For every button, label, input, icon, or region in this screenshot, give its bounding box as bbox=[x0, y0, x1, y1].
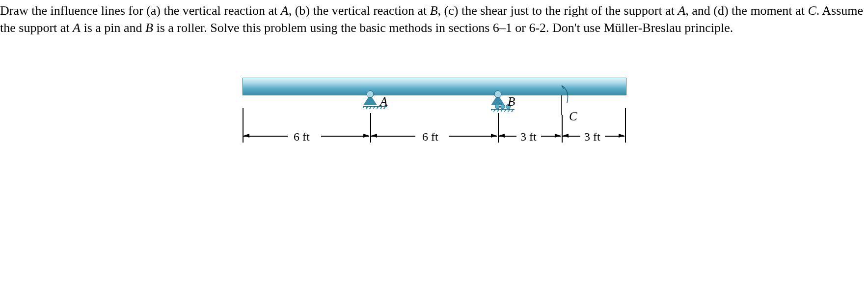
dim-arrow-icon bbox=[491, 134, 497, 138]
dim-line bbox=[371, 136, 415, 137]
dim-tick bbox=[370, 113, 371, 143]
dim-line bbox=[563, 136, 580, 137]
dim-line bbox=[321, 136, 369, 137]
point-label-b: B bbox=[145, 21, 153, 35]
dim-tick bbox=[498, 113, 499, 143]
support-a: A bbox=[363, 94, 387, 109]
point-label-a: A bbox=[678, 3, 685, 18]
figure-container: A B C bbox=[0, 78, 868, 166]
point-label-a: A bbox=[73, 21, 81, 35]
point-label-b: B bbox=[430, 3, 438, 18]
dim-line bbox=[449, 136, 497, 137]
dim-arrow-icon bbox=[619, 134, 624, 138]
dim-tick bbox=[625, 108, 626, 143]
dim-label-span1: 6 ft bbox=[292, 129, 312, 145]
point-label-c: C bbox=[808, 3, 816, 18]
beam-figure: A B C bbox=[243, 78, 625, 166]
support-label-a: A bbox=[380, 93, 387, 110]
support-b: B bbox=[491, 94, 515, 112]
dim-arrow-icon bbox=[555, 134, 561, 138]
text-segment: , (b) the vertical reaction at bbox=[289, 3, 430, 18]
point-c-label: C bbox=[569, 108, 577, 125]
dim-line bbox=[244, 136, 288, 137]
dim-label-span3: 3 ft bbox=[518, 129, 539, 145]
point-label-a: A bbox=[281, 3, 289, 18]
dim-label-span2: 6 ft bbox=[420, 129, 440, 145]
dim-tick bbox=[562, 115, 563, 143]
text-segment: Draw the influence lines for (a) the ver… bbox=[0, 3, 281, 18]
text-segment: is a roller. Solve this problem using th… bbox=[153, 21, 733, 35]
text-segment: , (c) the shear just to the right of the… bbox=[438, 3, 678, 18]
pin-hinge-icon bbox=[367, 90, 374, 98]
problem-statement: Draw the influence lines for (a) the ver… bbox=[0, 0, 868, 38]
dim-arrow-icon bbox=[363, 134, 369, 138]
text-segment: is a pin and bbox=[81, 21, 145, 35]
dim-label-span4: 3 ft bbox=[582, 129, 602, 145]
roller-hinge-icon bbox=[494, 90, 502, 98]
text-segment: , and (d) the moment at bbox=[685, 3, 808, 18]
support-label-b: B bbox=[508, 93, 515, 110]
dim-line bbox=[499, 136, 516, 137]
